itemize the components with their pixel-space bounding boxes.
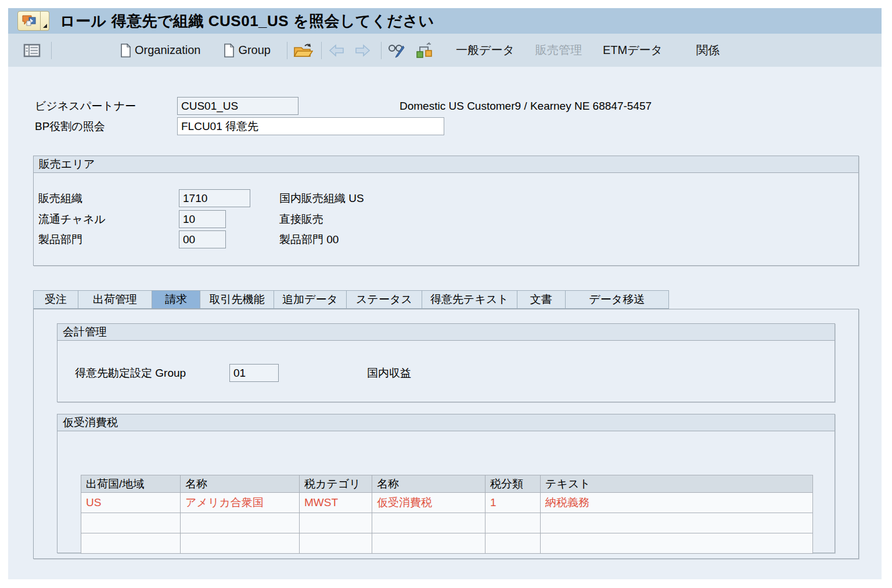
document-icon [224, 44, 235, 57]
open-folder-icon [293, 42, 313, 59]
toolbar-separator [51, 42, 52, 59]
title-bar: ロール 得意先で組織 CUS01_US を照会してください [8, 8, 882, 34]
business-partner-description: Domestic US Customer9 / Kearney NE 68847… [400, 97, 652, 115]
bp-role-label: BP役割の照会 [35, 117, 105, 135]
page-title: ロール 得意先で組織 CUS01_US を照会してください [60, 11, 434, 31]
billing-tab-panel: 会計管理 得意先勘定設定 Group 国内収益 仮受消費税 出荷国/地域 名称 [33, 309, 859, 559]
toolbar-separator [287, 42, 287, 59]
nav-general-data-button[interactable]: 一般データ [456, 42, 515, 58]
cell-tax-name[interactable]: 仮受消費税 [372, 493, 485, 513]
cell-country-name[interactable] [181, 513, 300, 533]
table-row [81, 513, 813, 533]
output-tax-groupbox: 仮受消費税 出荷国/地域 名称 税カテゴリ 名称 税分類 テキスト [57, 414, 835, 553]
division-description: 製品部門 00 [279, 230, 339, 248]
nav-sales-management-button: 販売管理 [535, 42, 582, 58]
toolbar-separator [381, 42, 382, 59]
cell-departure-country[interactable] [81, 533, 181, 554]
sales-org-description: 国内販売組織 US [279, 189, 364, 207]
account-assignment-group-label: 得意先勘定設定 Group [75, 364, 186, 382]
tab-data-transfer[interactable]: データ移送 [566, 290, 669, 309]
distribution-channel-field[interactable] [179, 210, 226, 228]
group-button-label: Group [238, 44, 271, 57]
account-assignment-group-description: 国内収益 [367, 364, 411, 382]
cell-text[interactable] [541, 513, 813, 533]
table-row [81, 533, 813, 554]
sales-area-groupbox: 販売エリア 販売組織 国内販売組織 US 流通チャネル 直接販売 製品部門 製品… [33, 156, 859, 266]
main-content: ビジネスパートナー Domestic US Customer9 / Kearne… [8, 67, 882, 579]
glasses-pencil-icon [387, 42, 407, 59]
cell-tax-category[interactable] [300, 513, 372, 533]
accounting-groupbox: 会計管理 得意先勘定設定 Group 国内収益 [57, 323, 835, 402]
distribution-channel-description: 直接販売 [279, 210, 323, 228]
group-button[interactable]: Group [224, 44, 271, 57]
application-toolbar: Organization Group [8, 34, 882, 67]
account-assignment-group-field[interactable] [229, 364, 279, 382]
tab-status[interactable]: ステータス [347, 290, 422, 309]
tab-customer-texts[interactable]: 得意先テキスト [422, 290, 517, 309]
cell-text[interactable] [541, 533, 813, 554]
col-country-name: 名称 [181, 475, 300, 493]
bp-role-field[interactable] [177, 117, 444, 135]
cell-tax-classification[interactable] [485, 513, 541, 533]
sales-area-title: 販売エリア [34, 156, 858, 173]
cell-tax-name[interactable] [372, 533, 485, 554]
cell-departure-country[interactable] [81, 513, 181, 533]
tab-orders[interactable]: 受注 [33, 290, 78, 309]
division-field[interactable] [179, 230, 226, 248]
nav-relations-button[interactable]: 関係 [696, 42, 720, 58]
overview-button[interactable] [23, 43, 41, 58]
open-bp-button[interactable] [293, 42, 313, 59]
col-tax-category: 税カテゴリ [300, 475, 372, 493]
organization-button[interactable]: Organization [120, 44, 200, 57]
previous-button [328, 43, 346, 58]
table-row: US アメリカ合衆国 MWST 仮受消費税 1 納税義務 [81, 493, 813, 513]
chat-bubble-icon[interactable] [17, 11, 41, 31]
table-header-row: 出荷国/地域 名称 税カテゴリ 名称 税分類 テキスト [81, 475, 813, 493]
nav-etm-data-button[interactable]: ETMデータ [603, 42, 663, 58]
next-button [353, 43, 372, 58]
sap-window: ロール 得意先で組織 CUS01_US を照会してください Organizati… [8, 8, 882, 579]
business-partner-label: ビジネスパートナー [35, 97, 136, 115]
session-menu-button[interactable] [17, 11, 49, 31]
output-tax-title: 仮受消費税 [57, 414, 835, 431]
arrow-right-icon [353, 43, 372, 58]
cell-country-name[interactable] [181, 533, 300, 554]
cell-text[interactable]: 納税義務 [541, 493, 813, 513]
col-tax-classification: 税分類 [485, 475, 541, 493]
cell-tax-classification[interactable]: 1 [485, 493, 541, 513]
tab-documents[interactable]: 文書 [517, 290, 566, 309]
cell-tax-category[interactable] [300, 533, 372, 554]
accounting-title: 会計管理 [57, 324, 835, 341]
output-tax-table: 出荷国/地域 名称 税カテゴリ 名称 税分類 テキスト US ア [81, 475, 813, 554]
cell-tax-classification[interactable] [485, 533, 541, 554]
arrow-left-icon [328, 43, 346, 58]
distribution-channel-label: 流通チャネル [38, 210, 106, 228]
document-icon [120, 44, 131, 57]
session-menu-dropdown-icon[interactable] [41, 11, 49, 31]
sales-org-label: 販売組織 [38, 189, 82, 207]
cell-tax-name[interactable] [372, 513, 485, 533]
tab-partner-functions[interactable]: 取引先機能 [200, 290, 274, 309]
col-text: テキスト [541, 475, 813, 493]
relationships-button[interactable] [415, 42, 433, 59]
org-chart-icon [415, 42, 433, 59]
col-departure-country: 出荷国/地域 [81, 475, 181, 493]
display-change-button[interactable] [387, 42, 407, 59]
col-tax-name: 名称 [372, 475, 485, 493]
tab-strip: 受注 出荷管理 請求 取引先機能 追加データ ステータス 得意先テキスト 文書 … [33, 290, 669, 309]
sales-org-field[interactable] [179, 189, 250, 207]
toolbar-separator [321, 42, 322, 59]
division-label: 製品部門 [38, 230, 82, 248]
tab-billing[interactable]: 請求 [152, 290, 200, 309]
cell-departure-country[interactable]: US [81, 493, 181, 513]
table-overview-icon [23, 43, 41, 58]
tab-additional-data[interactable]: 追加データ [274, 290, 347, 309]
organization-button-label: Organization [135, 44, 200, 57]
tab-shipping[interactable]: 出荷管理 [78, 290, 152, 309]
cell-tax-category[interactable]: MWST [300, 493, 372, 513]
cell-country-name[interactable]: アメリカ合衆国 [181, 493, 300, 513]
business-partner-field[interactable] [177, 97, 298, 115]
